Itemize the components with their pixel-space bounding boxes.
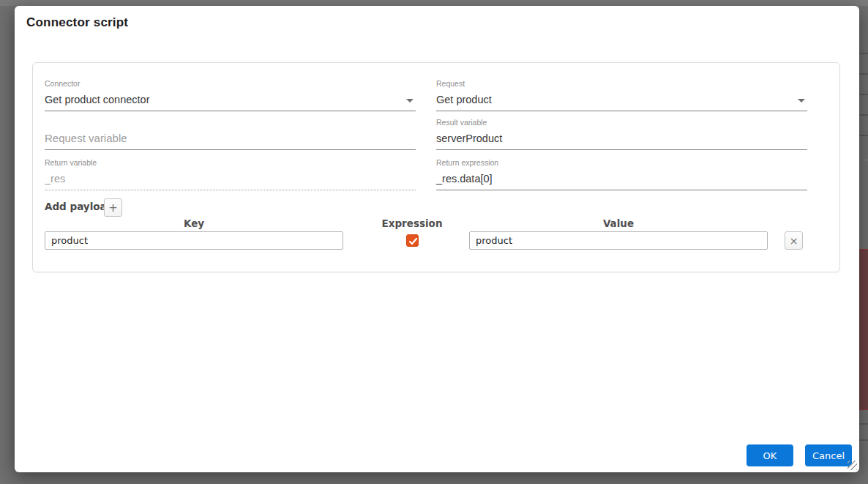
background-table-divider: [858, 114, 868, 116]
return-variable-value: _res: [45, 172, 416, 190]
ok-button[interactable]: OK: [747, 444, 793, 466]
background-table-divider: [858, 135, 868, 136]
return-expression-label: Return expression: [436, 159, 807, 167]
result-variable-value: serverProduct: [436, 132, 807, 149]
request-select[interactable]: Request Get product: [436, 80, 807, 111]
connector-label: Connector: [45, 80, 416, 88]
background-table-divider: [858, 94, 868, 95]
return-variable-field: Return variable _res: [45, 159, 416, 190]
request-value: Get product: [436, 93, 807, 111]
add-payload-button[interactable]: +: [104, 198, 122, 217]
background-table-divider: [858, 73, 868, 75]
cancel-button[interactable]: Cancel: [805, 444, 852, 466]
expression-column-header: Expression: [370, 217, 454, 229]
background-table-divider: [858, 160, 868, 160]
return-expression-field[interactable]: Return expression _res.data[0]: [436, 159, 807, 190]
background-table-divider: [858, 53, 868, 54]
result-variable-field[interactable]: Result variable serverProduct: [436, 119, 807, 150]
remove-payload-row-button[interactable]: ×: [785, 231, 803, 250]
background-table-divider: [858, 439, 868, 441]
key-column-header: Key: [45, 217, 343, 229]
dropdown-arrow-icon: [406, 99, 414, 103]
connector-value: Get product connector: [45, 93, 416, 111]
expression-checkbox[interactable]: [406, 234, 419, 247]
dialog-title: Connector script: [26, 15, 128, 30]
request-variable-field: [45, 119, 416, 150]
value-column-header: Value: [469, 217, 768, 229]
check-icon: [408, 236, 419, 247]
connector-select[interactable]: Connector Get product connector: [45, 80, 416, 111]
background-highlighted-row: [858, 249, 868, 410]
return-variable-label: Return variable: [45, 159, 416, 167]
connector-script-dialog: Connector script Connector Get product c…: [15, 6, 859, 472]
result-variable-label: Result variable: [436, 119, 807, 127]
payload-value-input[interactable]: [469, 231, 768, 250]
payload-key-input[interactable]: [45, 231, 343, 250]
dropdown-arrow-icon: [798, 99, 805, 103]
request-variable-input[interactable]: [45, 132, 416, 149]
background-table-divider: [858, 423, 868, 425]
close-icon: ×: [790, 235, 798, 247]
connector-form-card: Connector Get product connector Request …: [32, 62, 840, 272]
request-label: Request: [436, 80, 807, 88]
resize-handle[interactable]: [848, 461, 857, 470]
return-expression-value: _res.data[0]: [436, 172, 807, 190]
backdrop-top-bar: [0, 0, 868, 6]
